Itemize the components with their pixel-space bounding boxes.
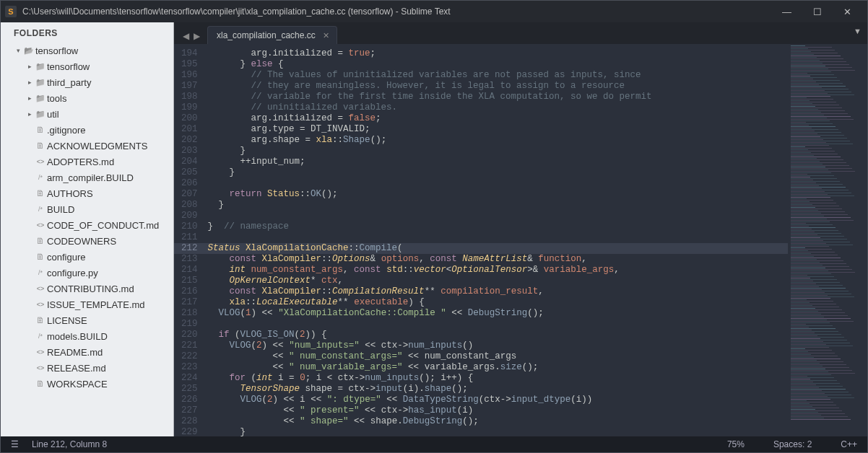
nav-back-icon[interactable]: ◀ (183, 31, 189, 41)
tree-file[interactable]: ACKNOWLEDGMENTS (4, 138, 170, 154)
tree-file[interactable]: CODE_OF_CONDUCT.md (4, 217, 170, 233)
tree-folder[interactable]: ▸util (4, 106, 170, 122)
code-line[interactable]: << " present=" << ctx->has_input(i) (208, 405, 788, 416)
line-number[interactable]: 197 (181, 81, 198, 92)
code-line[interactable]: VLOG(2) << "num_inputs=" << ctx->num_inp… (208, 340, 788, 351)
code-line[interactable] (208, 178, 788, 189)
close-button[interactable]: ✕ (839, 6, 856, 17)
line-number[interactable]: 222 (181, 351, 198, 362)
line-number[interactable]: 206 (181, 178, 198, 189)
code-line[interactable]: const XlaCompiler::CompilationResult** c… (208, 286, 788, 297)
code-line[interactable]: // variable for the first time inside th… (208, 92, 788, 102)
line-number[interactable]: 196 (181, 70, 198, 81)
code-line[interactable]: } (208, 167, 788, 178)
code-line[interactable]: } (208, 427, 788, 436)
line-number[interactable]: 208 (181, 200, 198, 211)
code-line[interactable]: arg.type = DT_INVALID; (208, 124, 788, 135)
line-number[interactable]: 225 (181, 384, 198, 395)
line-number[interactable]: 221 (181, 340, 198, 351)
sidebar[interactable]: FOLDERS ▾ tensorflow ▸tensorflow▸third_p… (1, 22, 174, 436)
line-number[interactable]: 223 (181, 362, 198, 373)
tree-file[interactable]: AUTHORS (4, 185, 170, 201)
disclosure-triangle-icon[interactable]: ▸ (25, 63, 34, 70)
code-line[interactable]: TensorShape shape = ctx->input(i).shape(… (208, 384, 788, 395)
disclosure-triangle-icon[interactable]: ▸ (25, 110, 34, 118)
minimap[interactable] (788, 44, 867, 436)
line-number[interactable]: 194 (181, 48, 198, 59)
tree-folder[interactable]: ▸tensorflow (4, 58, 170, 74)
code-line[interactable]: } (208, 146, 788, 157)
tree-file[interactable]: configure.py (4, 265, 170, 281)
tree-file[interactable]: ISSUE_TEMPLATE.md (4, 296, 170, 312)
tree-file[interactable]: ADOPTERS.md (4, 154, 170, 170)
tree-folder-root[interactable]: ▾ tensorflow (4, 43, 170, 58)
line-number[interactable]: 213 (181, 254, 198, 265)
disclosure-triangle-icon[interactable]: ▾ (14, 47, 22, 54)
code-line[interactable]: } else { (208, 59, 788, 70)
code-content[interactable]: arg.initialized = true; } else { // The … (208, 44, 788, 436)
line-number[interactable]: 224 (181, 373, 198, 384)
line-number[interactable]: 209 (181, 211, 198, 221)
code-line[interactable]: << " num_variable_args=" << variable_arg… (208, 362, 788, 373)
line-number[interactable]: 214 (181, 265, 198, 276)
line-number[interactable]: 220 (181, 330, 198, 340)
line-number[interactable]: 216 (181, 286, 198, 297)
line-number[interactable]: 204 (181, 157, 198, 167)
code-line[interactable]: xla::LocalExecutable** executable) { (208, 297, 788, 308)
tree-file[interactable]: CONTRIBUTING.md (4, 281, 170, 296)
code-line[interactable]: } (208, 200, 788, 211)
tree-file[interactable]: models.BUILD (4, 328, 170, 344)
line-number[interactable]: 199 (181, 102, 198, 113)
tree-file[interactable]: LICENSE (4, 312, 170, 328)
tree-file[interactable]: configure (4, 249, 170, 265)
code-line[interactable]: // they are meaningless. However, it is … (208, 81, 788, 92)
line-number[interactable]: 202 (181, 135, 198, 146)
code-line[interactable]: VLOG(1) << "XlaCompilationCache::Compile… (208, 308, 788, 319)
code-line[interactable]: int num_constant_args, const std::vector… (208, 265, 788, 276)
code-line[interactable] (208, 319, 788, 330)
line-number[interactable]: 212 (174, 243, 208, 254)
code-line[interactable]: << " shape=" << shape.DebugString(); (208, 416, 788, 427)
code-line[interactable]: for (int i = 0; i < ctx->num_inputs(); i… (208, 373, 788, 384)
language-mode[interactable]: C++ (841, 439, 857, 449)
line-number[interactable]: 205 (181, 167, 198, 178)
code-line[interactable]: arg.initialized = true; (208, 48, 788, 59)
disclosure-triangle-icon[interactable]: ▸ (25, 79, 34, 86)
line-number[interactable]: 218 (181, 308, 198, 319)
code-line[interactable]: OpKernelContext* ctx, (208, 276, 788, 286)
tree-file[interactable]: WORKSPACE (4, 376, 170, 392)
line-number-gutter[interactable]: 1941951961971981992002012022032042052062… (174, 44, 208, 436)
code-line[interactable]: return Status::OK(); (208, 189, 788, 200)
tree-file[interactable]: .gitignore (4, 122, 170, 138)
code-line[interactable]: arg.shape = xla::Shape(); (208, 135, 788, 146)
code-line[interactable]: const XlaCompiler::Options& options, con… (208, 254, 788, 265)
disclosure-triangle-icon[interactable]: ▸ (25, 94, 34, 102)
line-number[interactable]: 207 (181, 189, 198, 200)
line-number[interactable]: 198 (181, 92, 198, 102)
line-number[interactable]: 203 (181, 146, 198, 157)
line-number[interactable]: 211 (181, 232, 198, 243)
code-editor[interactable]: 1941951961971981992002012022032042052062… (174, 44, 867, 436)
minimize-button[interactable]: — (778, 6, 796, 17)
tab-dropdown-icon[interactable]: ▼ (854, 27, 862, 35)
tree-file[interactable]: RELEASE.md (4, 360, 170, 376)
line-number[interactable]: 200 (181, 113, 198, 124)
tab-bar[interactable]: ◀ ▶ xla_compilation_cache.cc ✕ ▼ (174, 22, 867, 44)
line-number[interactable]: 215 (181, 276, 198, 286)
code-line[interactable] (208, 211, 788, 221)
line-number[interactable]: 227 (181, 405, 198, 416)
code-line[interactable]: } // namespace (208, 221, 788, 232)
line-number[interactable]: 226 (181, 395, 198, 405)
cursor-position[interactable]: Line 212, Column 8 (32, 439, 107, 449)
code-line[interactable]: arg.initialized = false; (208, 113, 788, 124)
line-number[interactable]: 201 (181, 124, 198, 135)
tree-file[interactable]: README.md (4, 344, 170, 360)
line-number[interactable]: 195 (181, 59, 198, 70)
code-line[interactable]: << " num_constant_args=" << num_constant… (208, 351, 788, 362)
tab-active[interactable]: xla_compilation_cache.cc ✕ (207, 26, 337, 44)
nav-forward-icon[interactable]: ▶ (194, 31, 200, 41)
code-line[interactable]: // uninitialized variables. (208, 102, 788, 113)
tree-file[interactable]: arm_compiler.BUILD (4, 170, 170, 185)
code-line[interactable]: VLOG(2) << i << ": dtype=" << DataTypeSt… (208, 395, 788, 405)
code-line[interactable]: Status XlaCompilationCache::Compile( (208, 243, 788, 254)
